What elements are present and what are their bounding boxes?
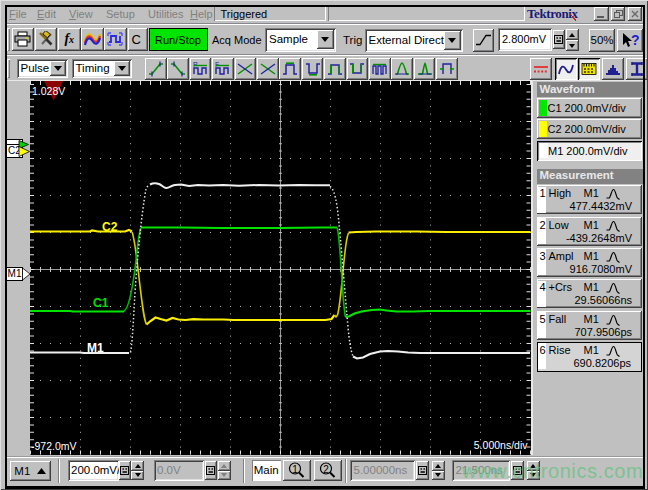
svg-text:C1: C1 bbox=[93, 296, 109, 310]
svg-text:?: ? bbox=[631, 32, 640, 48]
svg-text:P: P bbox=[193, 61, 198, 68]
svg-text:1.028V: 1.028V bbox=[32, 85, 65, 97]
svg-text:C2: C2 bbox=[102, 220, 118, 234]
svg-text:F: F bbox=[215, 61, 219, 68]
svg-text:-972.0mV: -972.0mV bbox=[31, 440, 77, 452]
svg-text:M1: M1 bbox=[87, 341, 104, 355]
svg-text:2: 2 bbox=[323, 464, 329, 475]
svg-text:5.000ns/div: 5.000ns/div bbox=[474, 439, 528, 451]
svg-text:1: 1 bbox=[292, 464, 298, 475]
